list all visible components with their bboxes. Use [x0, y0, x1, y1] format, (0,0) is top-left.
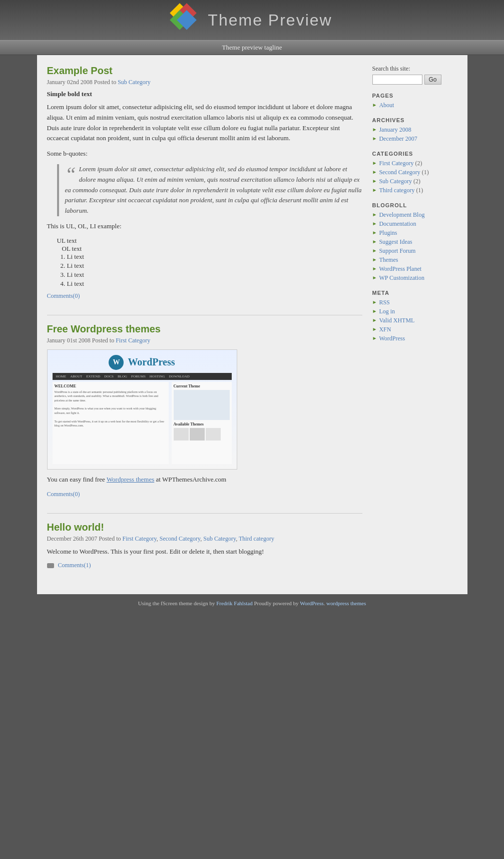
sidebar-link-dec2007[interactable]: December 2007	[379, 135, 417, 143]
comments-link-3[interactable]: Comments(1)	[58, 562, 91, 569]
sidebar-item-plugins: ► Plugins	[372, 229, 457, 237]
post-body-wp-text1: You can easy find free	[47, 476, 105, 483]
arrow-icon-plugins: ►	[372, 230, 377, 235]
sidebar-link-about[interactable]: About	[379, 102, 394, 109]
arrow-icon-devblog: ►	[372, 212, 377, 217]
post-example: Example Post January 02nd 2008 Posted to…	[47, 65, 362, 300]
sidebar-item-devblog: ► Development Blog	[372, 211, 457, 219]
sidebar-item-suggest: ► Suggest Ideas	[372, 238, 457, 246]
sidebar-link-wpcustom[interactable]: WP Customization	[379, 274, 424, 282]
post-cat-link-1[interactable]: First Category	[122, 535, 156, 542]
site-title: Theme Preview	[208, 11, 332, 30]
footer-text1: Using the fScreen theme design by	[138, 600, 215, 606]
arrow-icon-subcat: ►	[372, 178, 377, 184]
quote-mark-icon: “	[65, 169, 76, 179]
sidebar-link-secondcat[interactable]: Second Category	[379, 169, 420, 176]
sidebar-item-subcat: ► Sub Category (2)	[372, 178, 457, 185]
wp-nav-about: ABOUT	[69, 374, 84, 379]
sidebar-link-firstcat[interactable]: First Category	[379, 160, 413, 167]
arrow-icon-jan2008: ►	[372, 127, 377, 132]
footer-link-designer[interactable]: Fredrik Fahlstad	[216, 600, 252, 606]
arrow-icon-thirdcat: ►	[372, 187, 377, 193]
wp-brand-name: WordPress	[128, 356, 175, 368]
post-title-hello: Hello world!	[47, 522, 362, 533]
wp-nav-forums: FORUMS	[130, 374, 147, 379]
comments-link-1[interactable]: Comments(0)	[47, 292, 80, 299]
sidebar-blogroll: BLOGROLL ► Development Blog ► Documentat…	[372, 202, 457, 282]
site-logo	[172, 5, 202, 35]
wp-nav-download: DOWNLOAD	[168, 374, 191, 379]
search-row: Go	[372, 75, 457, 85]
sidebar-archives: ARCHIVES ► January 2008 ► December 2007	[372, 117, 457, 143]
sidebar-link-wordpress[interactable]: WordPress	[379, 335, 405, 342]
post-date-wp: January 01st 2008 Posted to	[47, 337, 115, 344]
wp-welcome-heading: WELCOME	[55, 384, 167, 388]
comments-section-1: Comments(0)	[47, 292, 362, 300]
post-meta-hello: December 26th 2007 Posted to First Categ…	[47, 535, 362, 543]
main-wrapper: Example Post January 02nd 2008 Posted to…	[37, 55, 467, 594]
sidebar-link-subcat[interactable]: Sub Category	[379, 178, 412, 185]
post-cat-link-2[interactable]: Second Category	[160, 535, 201, 542]
sidebar-link-thirdcat[interactable]: Third category	[379, 187, 414, 194]
divider-1	[47, 315, 362, 315]
wp-nav-home: HOME	[55, 374, 68, 379]
sidebar-item-jan2008: ► January 2008	[372, 126, 457, 134]
site-header: Theme Preview	[0, 0, 504, 40]
divider-2	[47, 513, 362, 514]
sidebar-link-validxhtml[interactable]: Valid XHTML	[379, 317, 414, 324]
post-cat-link-4[interactable]: Third category	[239, 535, 274, 542]
post-bold-text: Simple bold text	[47, 90, 362, 98]
search-button[interactable]: Go	[424, 75, 441, 85]
post-cat-link-3[interactable]: Sub Category	[203, 535, 236, 542]
footer-link-wpthemes[interactable]: wordpress themes	[326, 600, 366, 606]
ul-item: UL text	[57, 237, 362, 245]
sidebar: Search this site: Go PAGES ► About ARCHI…	[372, 65, 457, 584]
sidebar-item-supportforum: ► Support Forum	[372, 247, 457, 255]
sidebar-link-xfn[interactable]: XFN	[379, 326, 391, 333]
main-content: Example Post January 02nd 2008 Posted to…	[47, 65, 362, 584]
sidebar-link-rss[interactable]: RSS	[379, 299, 389, 306]
sidebar-link-devblog[interactable]: Development Blog	[379, 211, 424, 219]
sidebar-item-thirdcat: ► Third category (1)	[372, 187, 457, 194]
wp-circle-icon: W	[109, 355, 124, 370]
search-input[interactable]	[372, 75, 422, 85]
list-item: Li text	[67, 262, 362, 270]
post-meta-example: January 02nd 2008 Posted to Sub Category	[47, 79, 362, 86]
list-item: Li text	[67, 280, 362, 288]
sidebar-link-login[interactable]: Log in	[379, 308, 395, 315]
sidebar-link-wpplanet[interactable]: WordPress Planet	[379, 265, 421, 273]
sidebar-link-jan2008[interactable]: January 2008	[379, 126, 411, 134]
comments-section-2: Comments(0)	[47, 490, 362, 498]
post-date-hello: December 26th 2007 Posted to	[47, 535, 121, 542]
sidebar-item-rss: ► RSS	[372, 299, 457, 306]
post-title-example: Example Post	[47, 65, 362, 77]
sidebar-link-suggest[interactable]: Suggest Ideas	[379, 238, 412, 246]
sidebar-link-docs[interactable]: Documentation	[379, 220, 416, 228]
post-body-wp-link[interactable]: Wordpress themes	[107, 476, 154, 483]
comments-link-2[interactable]: Comments(0)	[47, 491, 80, 498]
arrow-icon-docs: ►	[372, 221, 377, 226]
sidebar-link-themes[interactable]: Themes	[379, 256, 398, 264]
categories-title: CATEGORIES	[372, 151, 457, 157]
sidebar-item-firstcat: ► First Category (2)	[372, 160, 457, 167]
wp-nav-bar: HOME ABOUT EXTEND DOCS BLOG FORUMS HOSTI…	[53, 373, 232, 380]
sidebar-item-xfn: ► XFN	[372, 326, 457, 333]
arrow-icon-secondcat: ►	[372, 169, 377, 175]
sidebar-link-supportforum[interactable]: Support Forum	[379, 247, 415, 255]
subcat-count: (2)	[413, 178, 420, 185]
post-blockquote: “ Lorem ipsum dolor sit amet, consectetu…	[57, 164, 362, 216]
arrow-icon-login: ►	[372, 308, 377, 314]
wp-available-themes-heading: Available Themes	[174, 422, 230, 426]
tagline-text: Theme preview tagline	[222, 44, 282, 51]
wp-nav-extend: EXTEND	[85, 374, 102, 379]
post-category-link-wp[interactable]: First Category	[116, 337, 150, 344]
search-label: Search this site:	[372, 65, 457, 73]
post-category-link-example[interactable]: Sub Category	[118, 79, 151, 86]
footer-link-wordpress[interactable]: WordPress	[300, 600, 323, 606]
sidebar-link-plugins[interactable]: Plugins	[379, 229, 397, 237]
sidebar-item-wpcustom: ► WP Customization	[372, 274, 457, 282]
tagline-bar: Theme preview tagline	[0, 40, 504, 55]
wp-theme-thumb-2	[190, 428, 205, 441]
post-body-wp-text2: at WPThemesArchive.com	[156, 476, 227, 483]
site-footer: Using the fScreen theme design by Fredri…	[0, 594, 504, 612]
